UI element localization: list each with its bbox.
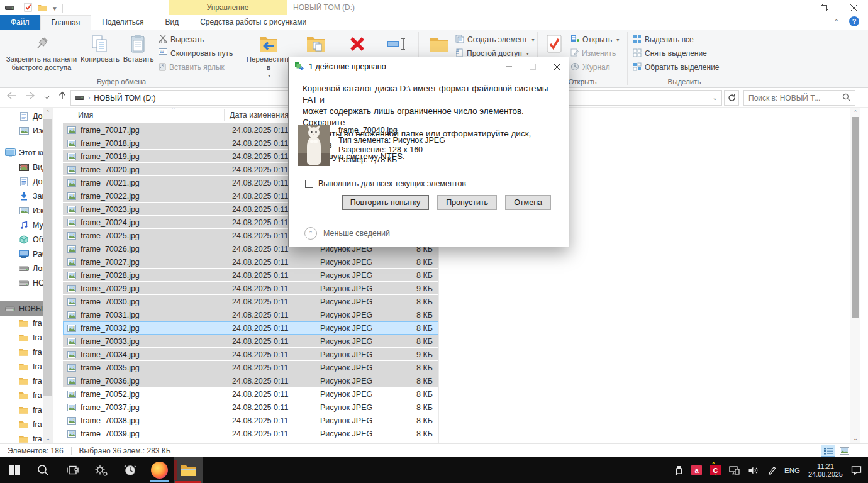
file-row[interactable]: frame_70052.jpg24.08.2025 0:11Рисунок JP… <box>63 387 438 401</box>
back-icon[interactable] <box>6 92 16 101</box>
file-row[interactable]: frame_70032.jpg24.08.2025 0:11Рисунок JP… <box>63 321 438 335</box>
network-icon[interactable] <box>729 466 740 475</box>
cancel-button[interactable]: Отмена <box>505 195 551 210</box>
copy-button[interactable]: Копировать <box>79 33 121 64</box>
file-row[interactable]: frame_70036.jpg24.08.2025 0:11Рисунок JP… <box>63 374 438 387</box>
start-button[interactable] <box>0 457 29 483</box>
properties-qat-icon[interactable] <box>24 3 33 14</box>
breadcrumb-path[interactable]: НОВЫЙ ТОМ (D:) <box>94 94 155 103</box>
volume-icon[interactable] <box>748 466 759 475</box>
qat-customize-arrow[interactable]: ▼ <box>52 5 58 12</box>
sidebar-item[interactable]: НОВЫЙ ТОМ (D:) <box>0 275 43 290</box>
sidebar-item[interactable]: fra <box>0 316 43 330</box>
dialog-maximize-button[interactable] <box>521 57 545 76</box>
select-none-button[interactable]: Снять выделение <box>633 48 720 59</box>
restore-button[interactable] <box>810 0 839 15</box>
sidebar-item[interactable]: Документы <box>0 109 43 123</box>
details-view-button[interactable] <box>821 445 835 457</box>
scroll-up-icon[interactable]: ⌃ <box>850 108 860 118</box>
sidebar-item[interactable]: НОВЫЙ ТОМ (D:) <box>0 301 43 316</box>
file-explorer-icon[interactable] <box>174 457 203 483</box>
tab-picture-tools[interactable]: Средства работы с рисунками <box>189 15 317 30</box>
invert-selection-button[interactable]: Обратить выделение <box>633 62 720 73</box>
search-input[interactable]: Поиск в: НОВЫЙ Т... <box>743 90 855 106</box>
delete-button[interactable] <box>339 33 376 55</box>
tab-file[interactable]: Файл <box>0 15 40 30</box>
refresh-button[interactable] <box>724 90 739 106</box>
sidebar-item[interactable]: fra <box>0 431 43 443</box>
pin-to-quick-access-button[interactable]: Закрепить на панели быстрого доступа <box>4 33 79 72</box>
taskbar-search-icon[interactable] <box>29 457 58 483</box>
column-header-date[interactable]: Дата изменения <box>230 111 289 119</box>
scrollbar-thumb[interactable] <box>852 117 859 318</box>
sidebar-item[interactable]: fra <box>0 417 43 431</box>
scrollbar-thumb[interactable] <box>43 119 52 396</box>
red-c-tray-icon[interactable]: C⌃⌃ <box>710 465 721 475</box>
settings-icon[interactable] <box>87 457 116 483</box>
address-dropdown-icon[interactable]: ⌄ <box>713 94 718 101</box>
clock-app-icon[interactable] <box>116 457 145 483</box>
close-button[interactable] <box>839 0 868 15</box>
sidebar-item[interactable]: fra <box>0 345 43 359</box>
taskbar-clock[interactable]: 11:2124.08.2025 <box>808 462 843 479</box>
skip-button[interactable]: Пропустить <box>437 195 497 210</box>
collapse-details-icon[interactable]: ⌃ <box>304 227 317 240</box>
less-details-toggle[interactable]: ⌃ Меньше сведений <box>289 219 569 247</box>
copy-to-button[interactable] <box>295 33 337 55</box>
amd-tray-icon[interactable]: a <box>691 465 702 475</box>
scroll-down-icon[interactable]: ⌄ <box>43 433 53 443</box>
sidebar-item[interactable]: fra <box>0 359 43 374</box>
file-row[interactable]: frame_70039.jpg24.08.2025 0:11Рисунок JP… <box>63 427 438 440</box>
file-row[interactable]: frame_70031.jpg24.08.2025 0:11Рисунок JP… <box>63 308 438 321</box>
sidebar-item[interactable]: Этот компьютер <box>0 145 43 160</box>
scroll-down-icon[interactable]: ⌄ <box>850 433 860 443</box>
history-button[interactable]: Журнал <box>570 62 619 73</box>
sidebar-item[interactable]: Изображения <box>0 123 43 138</box>
paste-shortcut-button[interactable]: Вставить ярлык <box>159 62 233 73</box>
tab-home[interactable]: Главная <box>40 15 92 30</box>
file-row[interactable]: frame_70027.jpg24.08.2025 0:11Рисунок JP… <box>63 255 438 269</box>
sidebar-item[interactable]: Рабочий стол <box>0 247 43 261</box>
up-icon[interactable] <box>58 91 66 102</box>
pen-icon[interactable] <box>767 465 776 475</box>
action-center-icon[interactable] <box>851 465 862 475</box>
sidebar-item[interactable]: fra <box>0 374 43 388</box>
paste-button[interactable]: Вставить <box>121 33 156 64</box>
task-view-icon[interactable] <box>58 457 87 483</box>
sidebar-item[interactable]: Видео <box>0 160 43 174</box>
sidebar-item[interactable]: Объемные объекты <box>0 232 43 247</box>
file-row[interactable]: frame_70029.jpg24.08.2025 0:11Рисунок JP… <box>63 282 438 295</box>
help-icon[interactable]: ? <box>849 16 859 26</box>
rename-button[interactable] <box>378 33 416 55</box>
sidebar-item[interactable]: fra <box>0 388 43 402</box>
file-row[interactable]: frame_70037.jpg24.08.2025 0:11Рисунок JP… <box>63 401 438 414</box>
ribbon-collapse-icon[interactable]: ⌃ <box>834 18 839 25</box>
sidebar-item[interactable]: Документы <box>0 174 43 189</box>
recent-locations-icon[interactable] <box>44 92 50 101</box>
retry-button[interactable]: Повторить попытку <box>342 195 430 210</box>
scroll-up-icon[interactable]: ⌃ <box>43 108 53 118</box>
file-row[interactable]: frame_70030.jpg24.08.2025 0:11Рисунок JP… <box>63 295 438 308</box>
thumbnails-view-button[interactable] <box>837 445 852 457</box>
sidebar-item[interactable]: Загрузки <box>0 189 43 203</box>
sidebar-item[interactable]: fra <box>0 330 43 345</box>
new-item-button[interactable]: Создать элемент▾ <box>455 34 535 45</box>
copy-path-button[interactable]: W..Скопировать путь <box>159 48 233 59</box>
open-button[interactable]: Открыть▾ <box>570 34 619 45</box>
search-icon[interactable] <box>842 93 850 103</box>
new-folder-qat-icon[interactable] <box>37 4 47 13</box>
cut-button[interactable]: Вырезать <box>159 34 233 45</box>
move-to-button[interactable]: Переместить в▾ <box>246 33 291 80</box>
new-folder-button[interactable] <box>424 33 454 55</box>
file-row[interactable]: frame_70028.jpg24.08.2025 0:11Рисунок JP… <box>63 269 438 282</box>
file-list-scrollbar[interactable]: ⌃ ⌄ <box>850 108 860 443</box>
properties-button[interactable] <box>541 33 569 55</box>
language-indicator[interactable]: ENG <box>784 467 800 474</box>
apply-to-all-checkbox[interactable] <box>305 180 313 188</box>
sidebar-scrollbar[interactable]: ⌃ ⌄ <box>43 108 53 443</box>
file-row[interactable]: frame_70038.jpg24.08.2025 0:11Рисунок JP… <box>63 414 438 427</box>
file-row[interactable]: frame_70034.jpg24.08.2025 0:11Рисунок JP… <box>63 348 438 361</box>
sidebar-item[interactable]: Локальный диск (C:) <box>0 261 43 275</box>
tab-share[interactable]: Поделиться <box>91 15 154 30</box>
sidebar-item[interactable]: fra <box>0 402 43 417</box>
